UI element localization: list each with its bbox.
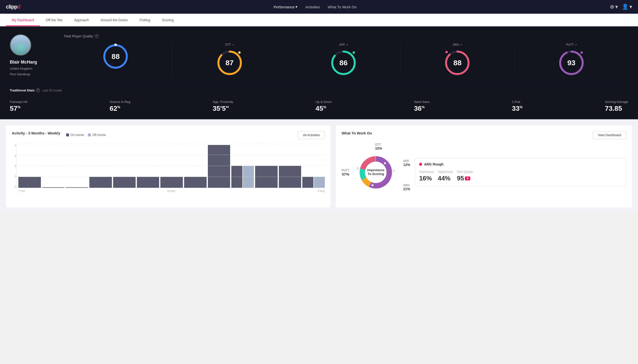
add-button[interactable]: ⊕ ▾ [610,4,618,10]
legend-off-course: Off course [88,133,106,137]
bars-area [16,144,325,188]
bar-group-11 [255,166,278,188]
hero-section: Blair McHarg United Kingdom Plus Handica… [0,26,638,83]
tab-scoring[interactable]: Scoring [156,14,179,26]
help-icon[interactable]: ? [95,34,99,38]
donut-dot-3 [371,184,374,186]
bar-dark-7 [160,177,183,188]
arg-info-card: ARG Rough Importance 16% Opportunity 44%… [415,158,626,186]
donut-dot-2 [393,170,395,172]
stats-section: Total Player Quality ? 88 [64,34,628,76]
tab-approach[interactable]: Approach [68,14,95,26]
nav-activities[interactable]: Activities [305,5,320,9]
tab-my-dashboard[interactable]: My Dashboard [6,14,40,26]
donut-label-putt: PUTT 57% [341,168,349,176]
arg-opportunity-label: Opportunity [438,170,453,174]
score-arg-value: 88 [453,59,462,67]
arg-dot-icon [419,163,422,166]
nav-right: ⊕ ▾ 👤 ▾ [610,4,632,10]
tab-putting[interactable]: Putting [134,14,156,26]
x-label-may: 9 May [318,190,325,192]
what-to-work-on-card: What To Work On View Dashboard PUTT 57% … [336,125,632,208]
what-to-work-on-title: What To Work On [341,131,372,135]
stat-greens-in-reg-label: Greens In Reg [110,100,130,104]
donut-label-app: APP 12% [403,160,410,167]
stat-up-and-down-value: 45% [316,105,326,112]
score-circles: 88 OTT ↗ 8 [64,43,628,76]
score-app: APP ↗ 86 [287,43,400,76]
bar-chart: 4 3 2 1 0 [12,144,325,193]
x-label-mar: 28 Mar [167,190,175,192]
view-dashboard-button[interactable]: View Dashboard [593,131,626,139]
stat-sand-save-value: 36% [414,105,425,112]
bar-dark-6 [137,177,159,188]
stat-fairways-hit: Fairways Hit 57% [10,100,28,112]
arg-label: ARG ↗ [453,43,462,46]
trad-help-icon[interactable]: ? [36,88,40,92]
circle-dot [114,44,117,46]
bottom-section: Activity - 3 Months - Weekly On course O… [0,119,638,214]
bar-group-13 [302,177,325,188]
stat-app-proximity-label: App. Proximity [213,100,233,104]
stat-1-putt: 1 Putt 33% [512,100,523,112]
bar-group-4 [89,177,112,188]
circle-putt: 93 [558,50,585,76]
stat-scoring-average: Scoring Average 73.85 [605,100,628,112]
bar-group-12 [279,166,301,188]
nav-what-to-work-on[interactable]: What To Work On [328,5,357,9]
donut-center-text: Importance To Scoring [367,168,384,176]
bar-dark-8 [184,177,207,188]
donut-label-ott: OTT 10% [375,143,382,150]
activity-chart-card: Activity - 3 Months - Weekly On course O… [6,125,331,208]
score-ott-value: 87 [226,59,234,67]
score-putt-value: 93 [567,59,575,67]
stat-greens-in-reg-value: 62% [110,105,120,112]
arg-opportunity: Opportunity 44% [438,170,453,182]
circle-ott: 87 [216,50,243,76]
chevron-down-icon: ▾ [615,4,618,10]
arrow-up-icon-putt: ↗ [575,44,577,46]
circle-app: 86 [330,50,357,76]
stat-sand-save: Sand Save 36% [414,100,430,112]
logo: clippd [6,4,20,10]
bar-dark-10 [231,166,242,188]
score-ott: OTT ↗ 87 [173,43,286,76]
arg-shot-quality-value: 95 ▼ [457,174,473,182]
stat-greens-in-reg: Greens In Reg 62% [110,100,130,112]
tab-around-the-green[interactable]: Around the Green [95,14,134,26]
legend-on-course: On course [66,133,84,137]
player-handicap: Plus Handicap [10,72,30,76]
tab-off-the-tee[interactable]: Off the Tee [40,14,68,26]
chevron-down-icon: ▾ [629,4,632,10]
arrow-up-icon-arg: ↗ [460,44,462,46]
bar-group-9 [208,145,230,188]
circle-dot-app [353,51,355,54]
nav-performance[interactable]: Performance ▾ [274,5,297,9]
bar-group-7 [160,177,183,188]
circle-arg: 88 [444,50,471,76]
arg-shot-quality-label: Shot Quality [457,170,473,174]
chart-legend: On course Off course [66,133,106,137]
stat-up-and-down-label: Up & Down [316,100,332,104]
tabs-bar: My Dashboard Off the Tee Approach Around… [0,14,638,26]
trad-stats-sublabel: Last 20 rounds [42,89,62,92]
app-label: APP ↗ [339,43,348,46]
score-total: 88 [64,43,173,76]
stat-scoring-average-value: 73.85 [605,105,622,112]
bar-dark-9 [208,145,230,188]
arg-importance: Importance 16% [419,170,434,182]
user-menu[interactable]: 👤 ▾ [622,4,632,10]
all-activities-button[interactable]: All Activities [298,131,325,139]
score-putt: PUTT ↗ 93 [515,43,628,76]
work-header: What To Work On View Dashboard [341,131,626,139]
score-total-value: 88 [112,52,120,61]
bar-dark-13 [302,177,313,188]
user-icon: 👤 [622,4,628,10]
bar-dark-4 [89,177,112,188]
grid-line [17,155,325,155]
bar-group-1 [18,177,41,188]
arrow-up-icon: ↗ [232,44,234,46]
stat-1-putt-value: 33% [512,105,523,112]
chart-header: Activity - 3 Months - Weekly On course O… [12,131,325,139]
arg-card-title: ARG Rough [419,162,622,166]
